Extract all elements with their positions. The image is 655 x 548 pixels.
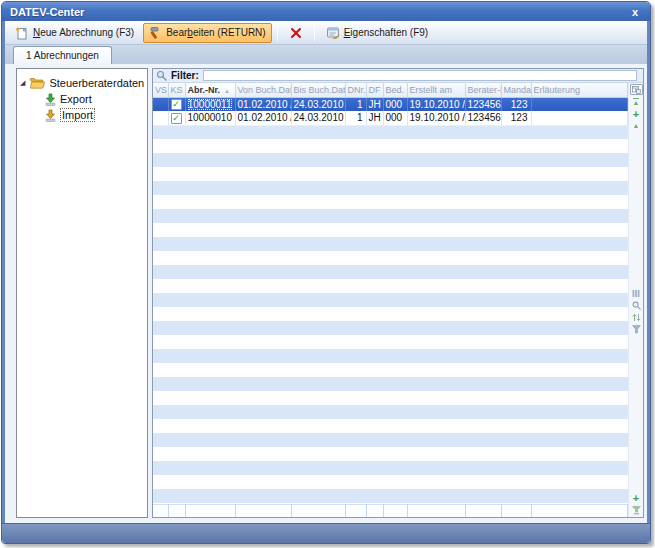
empty-grid-row bbox=[153, 475, 628, 489]
new-abrechnung-label: Neue Abrechnung (F3) bbox=[33, 27, 134, 38]
cell-dnr: 1 bbox=[345, 97, 366, 111]
tab-strip: 1 Abrechnungen bbox=[5, 45, 647, 64]
magnifier-icon bbox=[156, 70, 167, 81]
grid-rows: VS KS Abr.-Nr.▲ Von Buch.Datum Bis Buch.… bbox=[153, 83, 628, 504]
tree-item-export-label: Export bbox=[60, 93, 92, 105]
scroll-to-top-icon[interactable]: ▲ bbox=[633, 98, 640, 106]
cell-berater-nr: 123456 bbox=[465, 111, 501, 125]
empty-grid-row bbox=[153, 195, 628, 209]
empty-grid-row bbox=[153, 461, 628, 475]
empty-grid-row bbox=[153, 307, 628, 321]
cell-erstellt-am: 19.10.2010 /Di bbox=[407, 111, 465, 125]
cell-dnr: 1 bbox=[345, 111, 366, 125]
column-chooser-button[interactable] bbox=[630, 84, 643, 95]
add-row-icon[interactable]: + bbox=[633, 109, 639, 119]
header-abr-nr[interactable]: Abr.-Nr.▲ bbox=[185, 83, 235, 97]
cell-erlaeuterung bbox=[531, 111, 628, 125]
columns-icon[interactable] bbox=[632, 289, 640, 298]
window-frame: Neue Abrechnung (F3) Bearbeiten (RETURN) bbox=[2, 21, 650, 523]
checkbox-checked-icon[interactable]: ✓ bbox=[171, 113, 182, 124]
empty-grid-row bbox=[153, 279, 628, 293]
empty-grid-row bbox=[153, 405, 628, 419]
export-arrow-icon bbox=[44, 93, 56, 106]
folder-open-icon bbox=[29, 77, 45, 89]
cell-abr-nr: 10000010 bbox=[185, 111, 235, 125]
bearbeiten-label: Bearbeiten (RETURN) bbox=[166, 27, 265, 38]
tab-abrechnungen[interactable]: 1 Abrechnungen bbox=[13, 46, 112, 64]
titlebar: DATEV-Center x bbox=[2, 2, 650, 21]
header-berater-nr[interactable]: Berater-Nr. bbox=[465, 83, 501, 97]
header-vs[interactable]: VS bbox=[153, 83, 168, 97]
sort-icon[interactable] bbox=[632, 313, 641, 322]
sort-ascending-icon: ▲ bbox=[224, 88, 230, 94]
table-row[interactable]: ✓ 10000010 01.02.2010 /Mo 24.03.2010 /Mi… bbox=[153, 111, 628, 125]
toolbar: Neue Abrechnung (F3) Bearbeiten (RETURN) bbox=[5, 21, 647, 45]
empty-grid-row bbox=[153, 265, 628, 279]
eigenschaften-button[interactable]: Eigenschaften (F9) bbox=[320, 23, 435, 43]
cell-bed: 000 bbox=[383, 97, 407, 111]
search-icon[interactable] bbox=[632, 301, 641, 310]
header-mandant[interactable]: Mandan bbox=[501, 83, 531, 97]
header-von-buch-datum[interactable]: Von Buch.Datum bbox=[235, 83, 291, 97]
toolbar-separator bbox=[314, 25, 315, 41]
tree-item-export[interactable]: Export bbox=[44, 91, 144, 107]
empty-grid-row bbox=[153, 447, 628, 461]
cell-von-buch-datum: 01.02.2010 /Mo bbox=[235, 111, 291, 125]
delete-button[interactable] bbox=[283, 23, 309, 43]
new-abrechnung-button[interactable]: Neue Abrechnung (F3) bbox=[9, 23, 140, 43]
table-tool-strip: ▲ + ▲ bbox=[628, 83, 643, 517]
append-row-icon[interactable]: + bbox=[633, 493, 639, 503]
header-erstellt-am[interactable]: Erstellt am bbox=[407, 83, 465, 97]
empty-grid-row bbox=[153, 181, 628, 195]
empty-grid-row bbox=[153, 419, 628, 433]
datev-center-window: DATEV-Center x Neue Abrechnung (F3) bbox=[1, 1, 651, 544]
cell-df: JH bbox=[366, 97, 383, 111]
tree-expand-icon[interactable]: ◢ bbox=[20, 79, 25, 87]
header-bed[interactable]: Bed. bbox=[383, 83, 407, 97]
new-entry-row bbox=[153, 504, 628, 517]
empty-grid-row bbox=[153, 489, 628, 503]
header-df[interactable]: DF bbox=[366, 83, 383, 97]
tree-root-steuerberaterdaten[interactable]: ◢ Steuerberaterdaten bbox=[20, 75, 144, 91]
filter-label: Filter: bbox=[171, 70, 199, 81]
checkbox-checked-icon[interactable]: ✓ bbox=[171, 99, 182, 110]
empty-grid-row bbox=[153, 335, 628, 349]
empty-grid-row bbox=[153, 209, 628, 223]
header-erlaeuterung[interactable]: Erläuterung bbox=[531, 83, 628, 97]
strip-top-group: ▲ + ▲ bbox=[630, 84, 643, 129]
cell-vs bbox=[153, 97, 168, 111]
filter-funnel-icon[interactable] bbox=[632, 325, 641, 334]
strip-middle-group bbox=[632, 289, 641, 334]
tree-item-import[interactable]: Import bbox=[44, 107, 144, 123]
table-row-selected[interactable]: ✓ 10000011 01.02.2010 /Mo 24.03.2010 /Mi… bbox=[153, 97, 628, 111]
header-bis-buch-datum[interactable]: Bis Buch.Datum bbox=[291, 83, 345, 97]
cell-mandant: 123 bbox=[501, 97, 531, 111]
filter-row-toggle-icon[interactable] bbox=[632, 506, 641, 515]
cell-berater-nr: 123456 bbox=[465, 97, 501, 111]
cell-bed: 000 bbox=[383, 111, 407, 125]
empty-grid-row bbox=[153, 363, 628, 377]
grid-table-column: VS KS Abr.-Nr.▲ Von Buch.Datum Bis Buch.… bbox=[153, 83, 628, 517]
cell-mandant: 123 bbox=[501, 111, 531, 125]
header-ks[interactable]: KS bbox=[168, 83, 185, 97]
new-page-icon bbox=[15, 26, 29, 40]
tree-panel: ◢ Steuerberaterdaten bbox=[16, 68, 148, 518]
empty-grid-row bbox=[153, 377, 628, 391]
filter-input[interactable] bbox=[203, 70, 637, 81]
empty-grid-row bbox=[153, 125, 628, 139]
import-arrow-icon bbox=[44, 109, 56, 122]
close-button[interactable]: x bbox=[628, 5, 642, 19]
empty-grid-row bbox=[153, 139, 628, 153]
strip-bottom-group: + bbox=[632, 493, 641, 515]
abrechnungen-table: VS KS Abr.-Nr.▲ Von Buch.Datum Bis Buch.… bbox=[153, 83, 628, 504]
scroll-up-icon[interactable]: ▲ bbox=[633, 122, 640, 129]
cell-vs bbox=[153, 111, 168, 125]
cell-abr-nr: 10000011 bbox=[185, 97, 235, 111]
grid-area: VS KS Abr.-Nr.▲ Von Buch.Datum Bis Buch.… bbox=[153, 83, 643, 517]
empty-grid-row bbox=[153, 349, 628, 363]
header-dnr[interactable]: DNr. bbox=[345, 83, 366, 97]
bearbeiten-button[interactable]: Bearbeiten (RETURN) bbox=[143, 23, 271, 43]
empty-grid-row bbox=[153, 251, 628, 265]
hammer-icon bbox=[149, 26, 162, 39]
cell-bis-buch-datum: 24.03.2010 /Mi bbox=[291, 97, 345, 111]
